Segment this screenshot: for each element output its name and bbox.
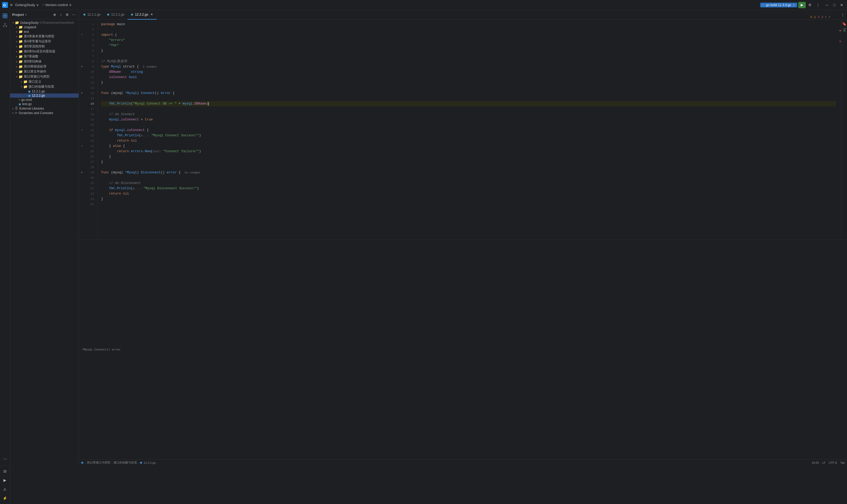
gutter-line-24[interactable]: ▾ xyxy=(79,143,85,149)
gutter-line-25 xyxy=(79,149,85,154)
chevron-down-icon[interactable]: ∨ xyxy=(828,15,831,19)
code-editor[interactable]: package main import ( "errors" "fmt" } /… xyxy=(98,20,836,239)
gutter-line-14[interactable]: ● xyxy=(79,91,85,96)
settings-gear-icon[interactable]: ⚙ xyxy=(806,2,814,8)
breadcrumb-level1[interactable]: 第12章接口与类型 xyxy=(87,461,110,465)
tab-12111[interactable]: ◉ 12.1.1.go xyxy=(80,10,104,20)
line-ending-indicator[interactable]: LF xyxy=(822,461,826,464)
tree-item-jkcjsy[interactable]: ▾ 📁 接口的创建与实现 xyxy=(10,84,78,89)
hamburger-menu-icon[interactable]: ≡ xyxy=(10,3,13,7)
run-config-selector[interactable]: ▷ go build 11.3.4.go ∨ xyxy=(760,3,797,7)
tree-item-ch12[interactable]: ▾ 📁 第12章接口与类型 xyxy=(10,74,78,79)
tree-item-ch5[interactable]: ▸ 📁 第5章流程控制 xyxy=(10,44,78,49)
folder-icon: 📁 xyxy=(19,55,23,58)
tree-item-test[interactable]: ▸ 📁 test xyxy=(10,30,78,34)
gutter-line-26 xyxy=(79,154,85,159)
tab-close-button[interactable]: ✕ xyxy=(150,13,154,16)
tab-12222[interactable]: ◉ 12.2.2.go ✕ xyxy=(128,10,157,20)
tree-item-ch6[interactable]: ▸ 📁 第6章Go语言内置容器 xyxy=(10,49,78,54)
tree-item-chapter8[interactable]: ▸ 📁 chapter8 xyxy=(10,25,78,30)
tree-item-file-12221[interactable]: ▸ ◉ 12.2.1.go xyxy=(10,89,78,93)
run-button[interactable]: ▶ xyxy=(798,2,806,8)
tree-item-ch11[interactable]: ▸ 📁 第11章文件操作 xyxy=(10,69,78,74)
gutter-line-29[interactable]: ● xyxy=(79,170,85,175)
tree-item-file-12222[interactable]: ▸ ◉ 12.2.2.go xyxy=(10,93,78,98)
code-line-1: package main xyxy=(101,22,836,27)
code-line-28 xyxy=(101,165,836,170)
sidebar-icon-structure[interactable] xyxy=(1,21,9,30)
tree-item-scratches[interactable]: ▸ ✏ Scratches and Consoles xyxy=(10,111,78,115)
gutter-line-9[interactable]: ● xyxy=(79,64,85,69)
code-line-13 xyxy=(101,85,836,91)
tree-item-root[interactable]: ▾ 📁 GolangStudy D:\DingJiaxiong\GolangSt… xyxy=(10,20,78,25)
code-line-35 xyxy=(101,202,836,207)
tree-item-testgo[interactable]: ▸ ◉ test.go xyxy=(10,102,78,106)
tree-item-gomod[interactable]: ▸ ≡ go.mod xyxy=(10,98,78,102)
sidebar-icon-project[interactable] xyxy=(1,12,9,20)
project-panel: Project ∨ ⊕ ↕ ⚙ ⋯ ▾ 📁 GolangStudy D:\Din… xyxy=(10,10,79,466)
editor-content[interactable]: ▾ ● ● xyxy=(79,20,847,239)
line-col-indicator[interactable]: 16:55 xyxy=(812,461,819,464)
gutter-line-12 xyxy=(79,80,85,85)
folder-icon: 📁 xyxy=(15,21,19,24)
code-line-9: type Mysql struct { 2 usages xyxy=(101,64,836,69)
code-line-15 xyxy=(101,96,836,101)
gutter-line-30 xyxy=(79,175,85,181)
encoding-indicator[interactable]: UTF-8 xyxy=(829,461,837,464)
indent-indicator[interactable]: Tab xyxy=(840,461,845,464)
line-num-21: 21 xyxy=(85,128,95,133)
tree-item-ch10[interactable]: ▸ 📁 第10章错误处理 xyxy=(10,64,78,69)
code-line-16: fmt.Println("Mysql Connect DB => " + mys… xyxy=(101,101,836,106)
project-action-add[interactable]: ⊕ xyxy=(52,12,57,17)
gutter-line-4 xyxy=(79,38,85,43)
tree-item-extlibs[interactable]: ▸ 🗄 External Libraries xyxy=(10,106,78,111)
breadcrumb-root[interactable]: ◉ xyxy=(81,461,84,464)
plugin-icon[interactable]: ⚡ xyxy=(1,494,9,502)
warnings-header: ⚠ 1 ⚠ 2 ∧ ∨ xyxy=(810,15,839,19)
more-options-button[interactable]: ⋮ xyxy=(814,2,822,8)
tab-more-button[interactable]: ⋮ xyxy=(840,12,846,18)
warning-scroll-mark xyxy=(840,30,841,31)
tab-12221[interactable]: ◉ 12.2.1.go xyxy=(104,10,128,20)
tree-item-ch7[interactable]: ▸ 📁 第7章函数 xyxy=(10,54,78,59)
svg-line-9 xyxy=(4,24,5,26)
close-button[interactable]: ✕ xyxy=(839,2,845,8)
run-panel-icon[interactable]: ▶ xyxy=(1,476,9,484)
project-file-tree: ▾ 📁 GolangStudy D:\DingJiaxiong\GolangSt… xyxy=(10,19,78,466)
breadcrumb-file[interactable]: ◉ xyxy=(140,461,142,464)
scrollbar-indicator[interactable] xyxy=(836,20,841,239)
breadcrumb-filename[interactable]: 12.2.2.go xyxy=(143,461,156,464)
maximize-button[interactable]: □ xyxy=(831,2,837,8)
bookmark-icon[interactable]: 🔖 xyxy=(842,21,847,26)
folder-icon: 📁 xyxy=(19,70,23,74)
gutter-line-3[interactable]: ▾ xyxy=(79,32,85,38)
code-line-29: func (mysql *Mysql) Disconnect() error {… xyxy=(101,170,836,175)
chevron-up-icon[interactable]: ∧ xyxy=(825,15,827,19)
project-action-settings[interactable]: ⚙ xyxy=(64,12,70,17)
minimize-button[interactable]: ─ xyxy=(824,2,830,8)
line-num-10: 10 xyxy=(85,69,95,75)
sidebar-icon-more[interactable]: ⋯ xyxy=(1,454,9,463)
breadcrumb-level2[interactable]: 接口的创建与实现 xyxy=(113,461,137,465)
gutter-line-21[interactable]: ▾ xyxy=(79,128,85,133)
tree-item-ch9[interactable]: ▸ 📁 第9章结构体 xyxy=(10,59,78,64)
problems-panel-icon[interactable]: ⚠ xyxy=(1,485,9,493)
folder-icon: 📁 xyxy=(19,39,23,43)
project-action-more[interactable]: ⋯ xyxy=(71,12,76,17)
layout-toggle-icon[interactable]: ⊟ xyxy=(1,467,9,475)
tree-item-jkdy[interactable]: ▸ 📁 接口定义 xyxy=(10,79,78,84)
database-icon[interactable]: 🗄 xyxy=(842,28,847,33)
project-action-collapse[interactable]: ↕ xyxy=(58,12,64,17)
tree-item-ch4[interactable]: ▸ 📁 第4章常量与运算符 xyxy=(10,39,78,44)
line-num-23: 23 xyxy=(85,138,95,143)
project-panel-title: Project ∨ xyxy=(12,13,27,17)
code-line-34: } xyxy=(101,196,836,202)
code-line-23: return nil xyxy=(101,138,836,143)
project-selector[interactable]: GolangStudy ∨ xyxy=(15,3,39,7)
gutter-line-22 xyxy=(79,133,85,138)
version-control-selector[interactable]: ⑂ Version control ∨ xyxy=(42,3,72,7)
code-line-32: fmt.Println(a...: "Mysql Disconnect Succ… xyxy=(101,186,836,191)
tree-item-ch3[interactable]: ▸ 📁 第3章基本变量与类型 xyxy=(10,34,78,39)
gutter-line-10 xyxy=(79,69,85,75)
line-num-16: 16 xyxy=(85,101,95,106)
